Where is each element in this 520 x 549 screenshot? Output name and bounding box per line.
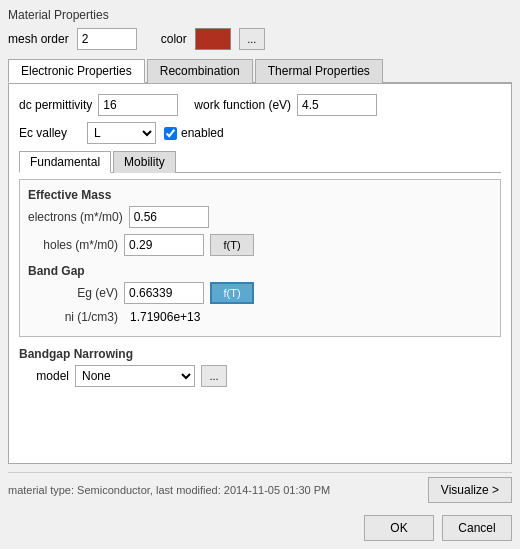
material-properties-window: Material Properties mesh order color ...… (0, 0, 520, 549)
tab-bar: Electronic Properties Recombination Ther… (8, 58, 512, 83)
model-label: model (19, 369, 69, 383)
ni-value: 1.71906e+13 (130, 310, 200, 324)
dc-permittivity-input[interactable] (98, 94, 178, 116)
tab-thermal[interactable]: Thermal Properties (255, 59, 383, 83)
eg-label: Eg (eV) (28, 286, 118, 300)
status-bar: material type: Semiconductor, last modif… (8, 472, 512, 507)
eg-ft-button[interactable]: f(T) (210, 282, 254, 304)
band-gap-title: Band Gap (28, 264, 492, 278)
mesh-order-input[interactable] (77, 28, 137, 50)
sub-tab-bar: Fundamental Mobility (19, 150, 501, 173)
cancel-button[interactable]: Cancel (442, 515, 512, 541)
ni-label: ni (1/cm3) (28, 310, 118, 324)
color-label: color (161, 32, 187, 46)
color-swatch[interactable] (195, 28, 231, 50)
electronic-panel: dc permittivity work function (eV) Ec va… (8, 83, 512, 464)
holes-ft-button[interactable]: f(T) (210, 234, 254, 256)
ni-row: ni (1/cm3) 1.71906e+13 (28, 310, 492, 324)
enabled-checkbox-row: enabled (164, 126, 224, 140)
enabled-label: enabled (181, 126, 224, 140)
ok-button[interactable]: OK (364, 515, 434, 541)
dc-work-row: dc permittivity work function (eV) (19, 94, 501, 116)
effective-mass-title: Effective Mass (28, 188, 492, 202)
eg-input[interactable] (124, 282, 204, 304)
sub-tab-mobility[interactable]: Mobility (113, 151, 176, 173)
color-dots-button[interactable]: ... (239, 28, 265, 50)
bandgap-narrowing-section: Bandgap Narrowing model None Slotboom de… (19, 347, 501, 387)
tab-recombination[interactable]: Recombination (147, 59, 253, 83)
bandgap-narrowing-title: Bandgap Narrowing (19, 347, 501, 361)
model-select[interactable]: None Slotboom delAlamo (75, 365, 195, 387)
holes-input[interactable] (124, 234, 204, 256)
status-text: material type: Semiconductor, last modif… (8, 484, 330, 496)
electrons-label: electrons (m*/m0) (28, 210, 123, 224)
model-row: model None Slotboom delAlamo ... (19, 365, 501, 387)
holes-row: holes (m*/m0) f(T) (28, 234, 492, 256)
mesh-order-label: mesh order (8, 32, 69, 46)
electrons-input[interactable] (129, 206, 209, 228)
model-dots-button[interactable]: ... (201, 365, 227, 387)
top-bar: mesh order color ... (8, 28, 512, 50)
dc-permittivity-pair: dc permittivity (19, 94, 178, 116)
sub-tab-fundamental[interactable]: Fundamental (19, 151, 111, 173)
ec-valley-label: Ec valley (19, 126, 79, 140)
ec-valley-select[interactable]: L Gamma X (87, 122, 156, 144)
window-title: Material Properties (8, 8, 512, 22)
fundamental-panel: Effective Mass electrons (m*/m0) holes (… (19, 179, 501, 337)
eg-row: Eg (eV) f(T) (28, 282, 492, 304)
work-function-label: work function (eV) (194, 98, 291, 112)
holes-label: holes (m*/m0) (28, 238, 118, 252)
tab-electronic[interactable]: Electronic Properties (8, 59, 145, 83)
enabled-checkbox[interactable] (164, 127, 177, 140)
visualize-button[interactable]: Visualize > (428, 477, 512, 503)
work-function-input[interactable] (297, 94, 377, 116)
electrons-row: electrons (m*/m0) (28, 206, 492, 228)
ec-valley-row: Ec valley L Gamma X enabled (19, 122, 501, 144)
work-function-pair: work function (eV) (194, 94, 377, 116)
dc-permittivity-label: dc permittivity (19, 98, 92, 112)
bottom-buttons: OK Cancel (8, 515, 512, 541)
